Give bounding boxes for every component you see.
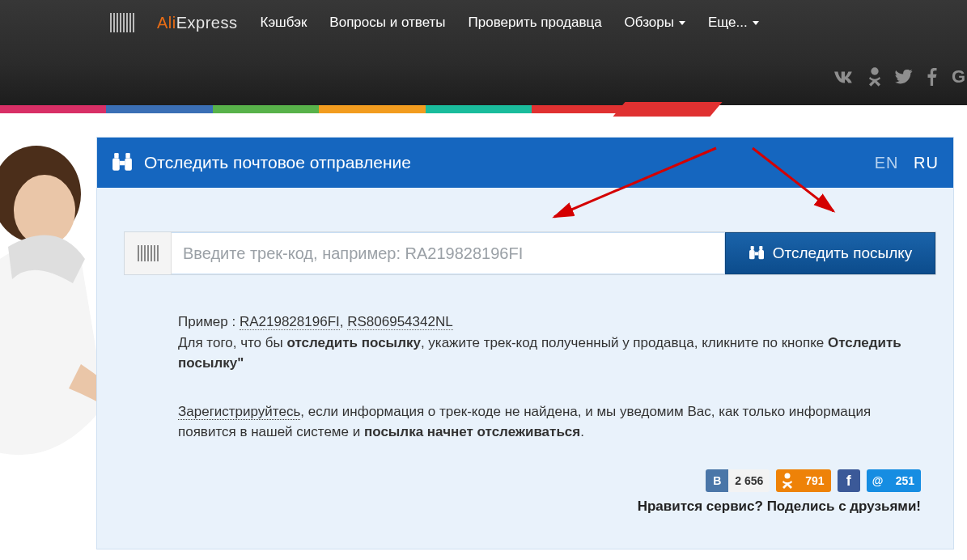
example-code-2[interactable]: RS806954342NL <box>347 314 452 330</box>
chevron-down-icon <box>679 21 685 25</box>
share-bar: В 2 656 791 f @ 251 Нравится сервис? По <box>638 469 921 515</box>
share-fb[interactable]: f <box>838 469 860 492</box>
twitter-icon[interactable] <box>895 70 913 84</box>
lang-en[interactable]: EN <box>875 154 899 172</box>
logo[interactable]: AliExpress <box>157 14 237 32</box>
svg-rect-7 <box>125 153 129 159</box>
txt: , укажите трек-код полученный у продавца… <box>421 335 828 350</box>
nav-reviews[interactable]: Обзоры <box>625 15 685 31</box>
example-code-1[interactable]: RA219828196FI <box>240 314 340 330</box>
facebook-icon[interactable] <box>927 68 937 86</box>
share-vk[interactable]: В 2 656 <box>706 469 770 492</box>
svg-point-13 <box>785 473 791 479</box>
txt-bold: отследить посылку <box>286 335 420 350</box>
svg-rect-5 <box>120 161 125 165</box>
svg-rect-8 <box>749 250 755 259</box>
register-link[interactable]: Зарегистрируйтесь <box>178 404 300 420</box>
chevron-down-icon <box>753 21 759 25</box>
svg-rect-12 <box>759 246 762 250</box>
nav-more[interactable]: Еще... <box>708 15 759 31</box>
svg-rect-3 <box>112 159 120 171</box>
svg-rect-4 <box>125 159 132 171</box>
body-text: Пример : RA219828196FI, RS806954342NL Дл… <box>178 312 921 443</box>
rainbow-divider <box>0 105 967 113</box>
share-ok-count: 791 <box>799 469 830 492</box>
nav-check-seller[interactable]: Проверить продавца <box>469 15 602 31</box>
binoculars-icon <box>112 153 133 172</box>
nav-cashback[interactable]: Кэшбэк <box>260 15 307 31</box>
share-label: Нравится сервис? Поделись с друзьями! <box>638 498 921 515</box>
txt: . <box>580 424 584 439</box>
example-line: Пример : RA219828196FI, RS806954342NL <box>178 312 921 333</box>
lang-ru[interactable]: RU <box>914 154 939 172</box>
nav-faq[interactable]: Вопросы и ответы <box>329 15 445 31</box>
barcode-prefix <box>125 232 172 274</box>
txt: Для того, что бы <box>178 335 286 350</box>
txt-bold: посылка начнет отслеживаться <box>364 424 580 439</box>
share-ok[interactable]: 791 <box>776 469 830 492</box>
track-button[interactable]: Отследить посылку <box>725 232 935 274</box>
svg-point-0 <box>871 67 878 74</box>
svg-rect-11 <box>750 246 753 250</box>
mailru-icon: @ <box>867 469 889 492</box>
barcode-icon <box>138 245 159 261</box>
track-card: Отследить почтовое отправление EN RU Отс… <box>96 137 954 549</box>
social-bar: G <box>833 66 965 87</box>
svg-rect-6 <box>114 153 118 159</box>
logo-part-a: Ali <box>157 14 176 32</box>
register-line: Зарегистрируйтесь, если информация о тре… <box>178 401 921 443</box>
binoculars-icon <box>749 246 765 261</box>
lang-switch: EN RU <box>865 154 939 172</box>
example-label: Пример : <box>178 314 240 329</box>
ok-icon <box>776 469 799 492</box>
search-row: Отследить посылку <box>125 232 935 274</box>
track-code-input[interactable] <box>172 232 725 274</box>
track-button-label: Отследить посылку <box>773 244 913 262</box>
ok-icon[interactable] <box>869 67 880 87</box>
svg-rect-9 <box>758 250 764 259</box>
nav-reviews-label: Обзоры <box>625 15 674 31</box>
card-header: Отследить почтовое отправление EN RU <box>97 138 953 188</box>
vk-icon[interactable] <box>833 70 855 84</box>
share-vk-count: 2 656 <box>728 469 770 492</box>
facebook-icon: f <box>838 469 860 492</box>
nav-more-label: Еще... <box>708 15 748 31</box>
instruction-line: Для того, что бы отследить посылку, укаж… <box>178 333 921 374</box>
barcode-icon <box>110 13 134 32</box>
example-sep: , <box>340 314 347 329</box>
google-icon[interactable]: G <box>952 66 965 87</box>
top-nav: AliExpress Кэшбэк Вопросы и ответы Прове… <box>0 0 967 105</box>
svg-rect-10 <box>754 252 758 255</box>
logo-part-b: Express <box>176 14 238 32</box>
vk-icon: В <box>706 469 728 492</box>
card-title: Отследить почтовое отправление <box>144 153 411 172</box>
share-mail[interactable]: @ 251 <box>867 469 921 492</box>
share-mail-count: 251 <box>889 469 921 492</box>
